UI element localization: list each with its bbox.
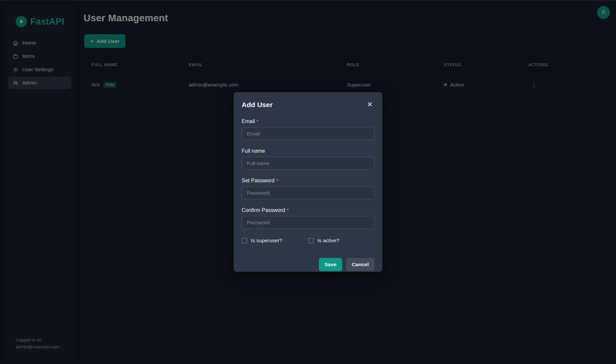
modal-footer: Save Cancel <box>242 258 374 271</box>
full-name-field[interactable] <box>242 157 374 170</box>
confirm-password-field[interactable] <box>242 216 374 229</box>
is-superuser-checkbox[interactable]: Is superuser? <box>242 238 308 244</box>
modal-header: Add User ✕ <box>242 99 374 109</box>
full-name-field-group: Full name <box>242 148 374 170</box>
checkbox-icon <box>308 238 314 244</box>
cancel-button[interactable]: Cancel <box>346 258 374 271</box>
email-label: Email* <box>242 118 374 124</box>
set-password-label-text: Set Password <box>242 178 275 183</box>
confirm-password-label: Confirm Password* <box>242 207 374 213</box>
required-asterisk: * <box>287 207 289 213</box>
checkbox-row: Is superuser? Is active? <box>242 238 374 244</box>
email-field-group: Email* <box>242 118 374 140</box>
confirm-password-label-text: Confirm Password <box>242 207 285 213</box>
email-field[interactable] <box>242 127 374 140</box>
set-password-field[interactable] <box>242 186 374 199</box>
is-active-checkbox[interactable]: Is active? <box>308 238 339 244</box>
confirm-password-field-group: Confirm Password* <box>242 207 374 229</box>
add-user-modal: Add User ✕ Email* Full name Set Password… <box>234 92 382 272</box>
close-icon[interactable]: ✕ <box>365 99 374 109</box>
save-button[interactable]: Save <box>319 258 342 271</box>
set-password-field-group: Set Password* <box>242 178 374 199</box>
is-superuser-label: Is superuser? <box>251 238 282 244</box>
full-name-label: Full name <box>242 148 374 154</box>
modal-title: Add User <box>242 99 273 109</box>
set-password-label: Set Password* <box>242 178 374 184</box>
checkbox-icon <box>242 238 247 244</box>
full-name-label-text: Full name <box>242 148 265 154</box>
required-asterisk: * <box>276 178 278 183</box>
email-label-text: Email <box>242 118 255 124</box>
is-active-label: Is active? <box>317 238 339 244</box>
required-asterisk: * <box>257 118 259 124</box>
